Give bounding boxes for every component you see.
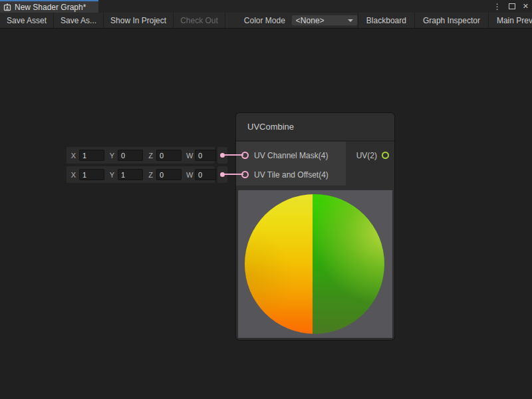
edge-to-uv-channel-mask[interactable] (224, 154, 243, 156)
graph-canvas[interactable]: X Y Z W X Y Z W UVCombine UV Channel Mas… (0, 29, 532, 399)
close-icon[interactable]: ✕ (523, 3, 529, 10)
z-label: Z (148, 171, 154, 179)
dropdown-arrow-icon (348, 19, 353, 22)
shader-graph-icon (3, 3, 11, 11)
node-title: UVCombine (247, 122, 294, 132)
x-label: X (70, 152, 76, 160)
w-label: W (186, 152, 192, 160)
color-mode-value: <None> (296, 16, 325, 25)
output-port-row: UV(2) (346, 146, 394, 165)
node-input-section: UV Channel Mask(4) UV Tile and Offset(4) (236, 142, 346, 186)
z-field[interactable] (156, 169, 182, 180)
sphere-left-half (245, 194, 313, 334)
check-out-button[interactable]: Check Out (174, 13, 225, 28)
color-mode-label: Color Mode (244, 16, 285, 25)
z-field[interactable] (156, 150, 182, 161)
color-mode-group: Color Mode <None> (244, 13, 358, 28)
node-output-section: UV(2) (346, 142, 394, 186)
tab-new-shader-graph[interactable]: New Shader Graph* (0, 0, 98, 13)
z-label: Z (148, 152, 154, 160)
vector4-widget-uv-channel-mask: X Y Z W (66, 147, 215, 164)
input-port-row: UV Channel Mask(4) (236, 146, 346, 165)
node-body: UV Channel Mask(4) UV Tile and Offset(4)… (236, 142, 394, 186)
show-in-project-button[interactable]: Show In Project (104, 13, 174, 28)
color-mode-dropdown[interactable]: <None> (291, 15, 358, 26)
main-preview-button[interactable]: Main Preview (488, 13, 532, 28)
w-field[interactable] (195, 169, 216, 180)
y-label: Y (109, 152, 115, 160)
preview-sphere (245, 194, 384, 334)
input-port-label: UV Channel Mask(4) (254, 151, 328, 160)
y-field[interactable] (118, 169, 143, 180)
save-asset-button[interactable]: Save Asset (0, 13, 54, 28)
toolbar-right-group: Blackboard Graph Inspector Main Preview (358, 13, 532, 28)
input-port-label: UV Tile and Offset(4) (254, 170, 329, 180)
tab-title: New Shader Graph* (15, 3, 86, 12)
window-menu-icon[interactable]: ⋮ (493, 3, 501, 11)
blackboard-button[interactable]: Blackboard (358, 13, 414, 28)
sphere-right-half (313, 194, 384, 334)
x-field[interactable] (79, 150, 104, 161)
node-preview (238, 190, 392, 338)
shader-graph-toolbar: Save Asset Save As... Show In Project Ch… (0, 13, 532, 29)
y-label: Y (109, 171, 115, 179)
node-header[interactable]: UVCombine (236, 113, 394, 142)
y-field[interactable] (118, 150, 143, 161)
graph-inspector-button[interactable]: Graph Inspector (414, 13, 488, 28)
title-bar: New Shader Graph* ⋮ ✕ (0, 0, 532, 13)
x-label: X (70, 171, 76, 179)
w-label: W (186, 171, 192, 179)
input-port-row: UV Tile and Offset(4) (236, 165, 346, 184)
output-port-icon[interactable] (382, 152, 389, 159)
maximize-icon[interactable] (509, 3, 515, 9)
edge-to-uv-tile-offset[interactable] (224, 174, 243, 175)
vector4-widget-uv-tile-offset: X Y Z W (66, 166, 215, 183)
x-field[interactable] (79, 169, 104, 180)
output-port-label: UV(2) (356, 151, 377, 160)
save-as-button[interactable]: Save As... (54, 13, 104, 28)
w-field[interactable] (195, 150, 216, 161)
window-controls: ⋮ ✕ (493, 0, 529, 13)
node-uvcombine[interactable]: UVCombine UV Channel Mask(4) UV Tile and… (236, 113, 394, 340)
